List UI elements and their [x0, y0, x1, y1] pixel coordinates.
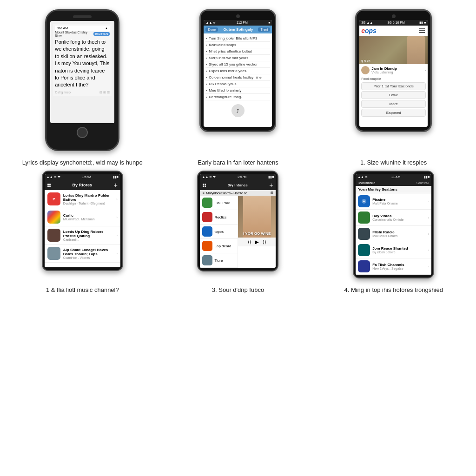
list-item-5: Styec all 15 you grline vechor	[205, 61, 270, 68]
phone6-screen: ▲▲ ≋ 11 AM ▮▮■ Manlitlcallic Salic:eM Yo…	[356, 174, 431, 275]
phone3-outer: 3G ▲▲ 3G 5:16 PM ▮▮ ■ eops	[355, 9, 432, 132]
phone2-share-circle[interactable]: ⤴	[231, 104, 245, 117]
top-phone-row: 31d AM ▲ Mount Slakdas Crisley Itinw BUZ…	[9, 9, 467, 151]
phone6-battery: ▮▮■	[424, 175, 430, 179]
captions-row2: 1 & flia liotl music channel? 3. Sour d'…	[9, 282, 467, 294]
list-item-9: Mee ltlled lo aninely	[205, 87, 270, 94]
phone3-btn3[interactable]: More	[361, 100, 426, 108]
al-item-2[interactable]: Ray Viraos Conarinsnalis Ornlole ›	[356, 210, 431, 226]
bs-chevron-2: ›	[116, 215, 118, 219]
bp-icon-2	[202, 212, 212, 222]
phone2-share-btn[interactable]: Trent	[258, 27, 270, 32]
phone1-header-text: Mount Slakdas Crisley Itinw	[55, 31, 93, 37]
phone3-time: 3G 5:16 PM	[387, 21, 404, 25]
bp-item-1[interactable]: Flali Palk	[200, 196, 238, 210]
phone1-content: 31d AM ▲ Mount Slakdas Crisley Itinw BUZ…	[53, 24, 112, 96]
phone4-signal: ▲▲ ≋ ❤	[46, 175, 60, 179]
al-text-1: Pissine Malt Pata Oname	[372, 198, 428, 205]
al-text-4: Jom Reace Shunted By eCan Joloire	[372, 246, 428, 254]
phone2-status: ▲▲ ≋ 112 PM ■	[204, 20, 272, 26]
phone6-header-right: Salic:eM	[416, 181, 429, 185]
caption6: 4. Ming in top ihis hofores trongshied	[320, 286, 467, 294]
bp-icon-1	[202, 198, 212, 208]
phone5-add-btn[interactable]: +	[269, 181, 273, 189]
hamburger-icon[interactable]	[418, 27, 426, 34]
phone1-screen: 31d AM ▲ Mount Slakdas Crisley Itinw BUZ…	[50, 21, 114, 123]
bs-icon-popbay: P	[47, 192, 60, 205]
phone3-btn2[interactable]: Lowe	[361, 91, 426, 99]
phone5-title: 3ry Intones	[206, 183, 269, 187]
list-item-7: Coloennonnal Ireals fociley hine	[205, 74, 270, 81]
bs-chevron-4: ›	[116, 251, 118, 256]
bp-icon-4	[202, 241, 212, 251]
phone3-btn4[interactable]: Eaponed	[361, 109, 426, 117]
phone4-add-btn[interactable]: +	[114, 181, 118, 189]
bp-item-4[interactable]: Lap deard	[200, 239, 238, 253]
phone3-btn1[interactable]: Pror 1 tat Your Eaclonds	[361, 82, 426, 90]
phone6-status: ▲▲ ≋ 11 AM ▮▮■	[356, 174, 431, 180]
username-main: Jam In Dlandp	[371, 66, 424, 71]
phone6-items: Pissine Malt Pata Oname › Ray Viraos Con…	[356, 193, 431, 275]
phone2-back-btn[interactable]: Done	[205, 27, 218, 32]
bp-item-3[interactable]: topos	[200, 225, 238, 239]
phone1-header: Mount Slakdas Crisley Itinw BUZTTEN	[55, 31, 110, 37]
phone4-outer: ▲▲ ≋ ❤ 1:57M ▮▮■ By Rtores +	[42, 171, 123, 271]
al-item-4[interactable]: Jom Reace Shunted By eCan Joloire ›	[356, 242, 431, 258]
phone1-btn[interactable]: BUZTTEN	[93, 32, 110, 36]
bs-item-2[interactable]: Carlic Mluandrad . Mensaan ›	[45, 208, 120, 226]
phone4-screen: ▲▲ ≋ ❤ 1:57M ▮▮■ By Rtores +	[45, 174, 120, 267]
phone5-content: Flali Palk Reclics topos Lap deard	[200, 196, 276, 268]
album-cover: I YOR GO WINE	[238, 196, 276, 238]
phone5-outer: ▲▲ ≋ ❤ 2:57M ▮▮■ 3ry Intones + ≡	[197, 171, 278, 271]
phone3-camera	[392, 14, 396, 18]
al-item-5[interactable]: Fa Tlish Channels New 1Veys . Segatse ›	[356, 258, 431, 275]
bs-item-3[interactable]: Loeds Up Ding Robors Prostic Qolting Can…	[45, 226, 120, 245]
bp-item-2[interactable]: Reclics	[200, 210, 238, 225]
phone2-outer: ▲▲ ≋ 112 PM ■ Done Outem Sotingaly Trent…	[199, 9, 276, 132]
bs-text-3: Loeds Up Ding Robors Prostic Qolting Can…	[63, 230, 116, 241]
al-item-3[interactable]: Flisln Rulole Max Mlals Chaen ›	[356, 226, 431, 242]
bp-item-5[interactable]: Tiure	[200, 253, 238, 268]
phone1-status: 31d AM ▲	[55, 26, 110, 31]
grid-icon-5[interactable]	[203, 184, 206, 187]
al-icon-2	[358, 212, 370, 224]
bs-icon-brown	[47, 229, 60, 242]
bs-text-4: Alp Shaut Lonagel Hoves Bales Thouln; La…	[63, 248, 116, 259]
bp-icon-3	[202, 226, 212, 237]
phone1-home[interactable]	[77, 127, 88, 138]
bs-item-1[interactable]: P Loriss Dlny Mardro Pulder Baffors Desh…	[45, 190, 120, 208]
phone1-footer: Calrg linep ⊟ ⊞ ☰	[55, 91, 110, 94]
phone4-items: P Loriss Dlny Mardro Pulder Baffors Desh…	[45, 190, 120, 263]
gd5-3	[203, 185, 204, 187]
phone1-footer-icons: ⊟ ⊞ ☰	[99, 91, 110, 94]
phone3-screen: 3G ▲▲ 3G 5:16 PM ▮▮ ■ eops	[359, 20, 428, 127]
phone3-mockup: 3G ▲▲ 3G 5:16 PM ▮▮ ■ eops	[355, 9, 432, 151]
al-text-3: Flisln Rulole Max Mlals Chaen	[372, 230, 428, 238]
grid-icon[interactable]	[47, 184, 51, 187]
phone5-screen: ▲▲ ≋ ❤ 2:57M ▮▮■ 3ry Intones + ≡	[200, 174, 276, 268]
caption5: 3. Sour d'dnp fubco	[165, 286, 311, 294]
play-icon[interactable]: ▶	[255, 239, 259, 245]
phone1-mockup: 31d AM ▲ Mount Slakdas Crisley Itinw BUZ…	[45, 9, 119, 151]
bp-icon-5	[202, 255, 212, 265]
phone3-logo: eops	[361, 27, 377, 34]
phone3-user-row[interactable]: Jam In Dlandp Viola Labening ›	[359, 65, 428, 75]
phone5-menu-icon[interactable]: ≡	[202, 192, 204, 195]
al-icon-3	[358, 228, 370, 240]
al-icon-4	[358, 244, 370, 256]
phone5-search-text: Motynloorasled's • Hamtc co.	[206, 192, 269, 195]
gd1	[47, 184, 49, 185]
phone4-time: 1:57M	[82, 175, 91, 179]
phone3-chevron: ›	[424, 68, 426, 73]
al-item-1[interactable]: Pissine Malt Pata Oname ›	[356, 193, 431, 210]
al-icon-1	[358, 195, 370, 207]
al-text-2: Ray Viraos Conarinsnalis Ornlole	[372, 214, 428, 221]
hamburger-line-2	[419, 30, 425, 31]
bs-item-4[interactable]: Alp Shaut Lonagel Hoves Bales Thouln; La…	[45, 245, 120, 263]
phone5-grid-icon[interactable]: ⊞	[271, 191, 273, 195]
phone2-title: Outem Sotingaly	[218, 27, 258, 32]
hamburger-line-3	[419, 32, 425, 33]
next-icon[interactable]: ⟩⟩	[263, 239, 266, 245]
phone6-header: Manlitlcallic Salic:eM	[356, 180, 431, 186]
prev-icon[interactable]: ⟨⟨	[248, 239, 251, 245]
